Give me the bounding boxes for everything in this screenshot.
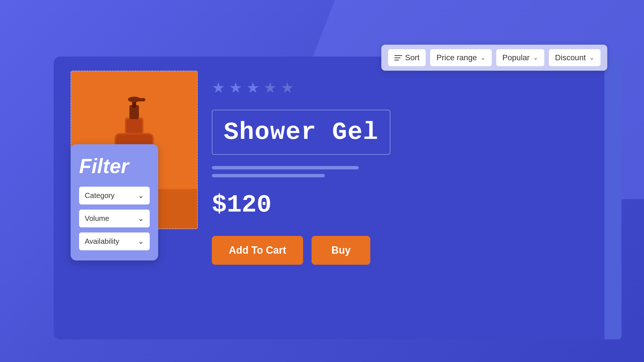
availability-label: Availability xyxy=(85,237,119,246)
discount-dropdown[interactable]: Discount ⌄ xyxy=(549,49,601,66)
star-3: ★ xyxy=(246,79,260,96)
product-name: Shower Gel xyxy=(224,118,378,146)
desc-bar-1 xyxy=(212,166,359,169)
star-1: ★ xyxy=(212,79,225,96)
rating-stars: ★ ★ ★ ★ ★ xyxy=(212,79,596,96)
action-buttons: Add To Cart Buy xyxy=(212,236,596,265)
product-name-box: Shower Gel xyxy=(212,110,390,155)
category-dropdown[interactable]: Category ⌄ xyxy=(79,187,150,204)
filter-title: Filter xyxy=(79,154,150,178)
category-label: Category xyxy=(85,191,115,200)
star-5: ★ xyxy=(281,79,294,96)
availability-dropdown[interactable]: Availability ⌄ xyxy=(79,232,150,250)
sort-icon xyxy=(394,55,402,61)
chevron-down-icon: ⌄ xyxy=(138,214,144,223)
filter-panel: Filter Category ⌄ Volume ⌄ Availability … xyxy=(71,144,158,260)
sort-label: Sort xyxy=(405,53,419,62)
svg-rect-18 xyxy=(126,119,142,133)
sort-button[interactable]: Sort xyxy=(388,49,426,66)
chevron-down-icon: ⌄ xyxy=(138,237,144,246)
volume-dropdown[interactable]: Volume ⌄ xyxy=(79,210,150,227)
description-bars xyxy=(212,166,596,177)
main-product-card: Filter Category ⌄ Volume ⌄ Availability … xyxy=(54,57,613,339)
popular-label: Popular xyxy=(502,53,530,62)
svg-rect-22 xyxy=(134,98,145,102)
chevron-down-icon: ⌄ xyxy=(480,54,486,61)
popular-dropdown[interactable]: Popular ⌄ xyxy=(496,49,545,66)
add-to-cart-button[interactable]: Add To Cart xyxy=(212,236,303,265)
chevron-down-icon: ⌄ xyxy=(138,191,144,200)
chevron-down-icon: ⌄ xyxy=(589,54,594,61)
filter-toolbar: Sort Price range ⌄ Popular ⌄ Discount ⌄ xyxy=(381,45,607,71)
volume-label: Volume xyxy=(85,214,109,223)
star-4: ★ xyxy=(264,79,277,96)
product-price: $120 xyxy=(212,191,596,219)
price-range-label: Price range xyxy=(436,53,477,62)
discount-label: Discount xyxy=(555,53,586,62)
product-details: ★ ★ ★ ★ ★ Shower Gel $120 Add To Cart Bu… xyxy=(212,74,596,265)
price-range-dropdown[interactable]: Price range ⌄ xyxy=(430,49,491,66)
star-2: ★ xyxy=(229,79,242,96)
right-panel-line xyxy=(604,57,621,339)
buy-button[interactable]: Buy xyxy=(312,236,370,265)
chevron-down-icon: ⌄ xyxy=(533,54,538,61)
desc-bar-2 xyxy=(212,174,325,177)
